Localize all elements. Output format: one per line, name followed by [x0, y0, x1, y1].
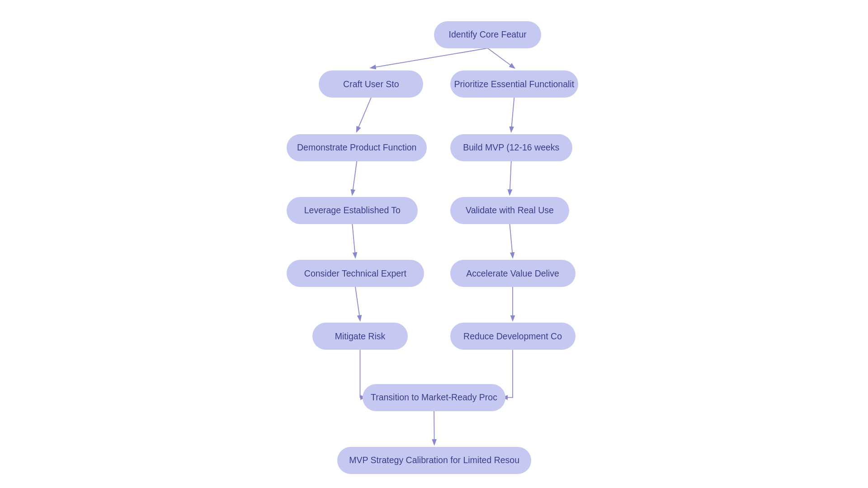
edge-n8-n10 [355, 287, 360, 320]
node-n5: Build MVP (12-16 weeks [450, 134, 572, 161]
edge-n11-n12 [503, 350, 513, 397]
edge-n3-n5 [511, 98, 514, 131]
node-n9: Accelerate Value Delive [450, 260, 576, 287]
edge-n5-n7 [509, 161, 511, 194]
node-n11: Reduce Development Co [450, 323, 576, 350]
node-n4: Demonstrate Product Function [287, 134, 427, 161]
node-n1: Identify Core Featur [434, 21, 541, 48]
node-n8: Consider Technical Expert [287, 260, 424, 287]
edge-n12-n13 [434, 411, 434, 444]
edge-n1-n2 [371, 48, 488, 68]
node-n7: Validate with Real Use [450, 197, 570, 224]
edge-n2-n4 [357, 98, 371, 131]
diagram-svg [0, 0, 868, 488]
node-n6: Leverage Established To [287, 197, 418, 224]
edge-n1-n3 [488, 48, 514, 68]
node-n10: Mitigate Risk [312, 323, 408, 350]
node-n13: MVP Strategy Calibration for Limited Res… [337, 447, 531, 474]
edge-n6-n8 [352, 224, 355, 257]
node-n3: Prioritize Essential Functionalit [450, 70, 579, 98]
diagram-container: Identify Core FeaturCraft User StoPriori… [0, 0, 868, 488]
edge-n4-n6 [352, 161, 357, 194]
edge-n7-n9 [509, 224, 513, 257]
node-n12: Transition to Market-Ready Proc [363, 384, 505, 411]
node-n2: Craft User Sto [319, 70, 423, 98]
